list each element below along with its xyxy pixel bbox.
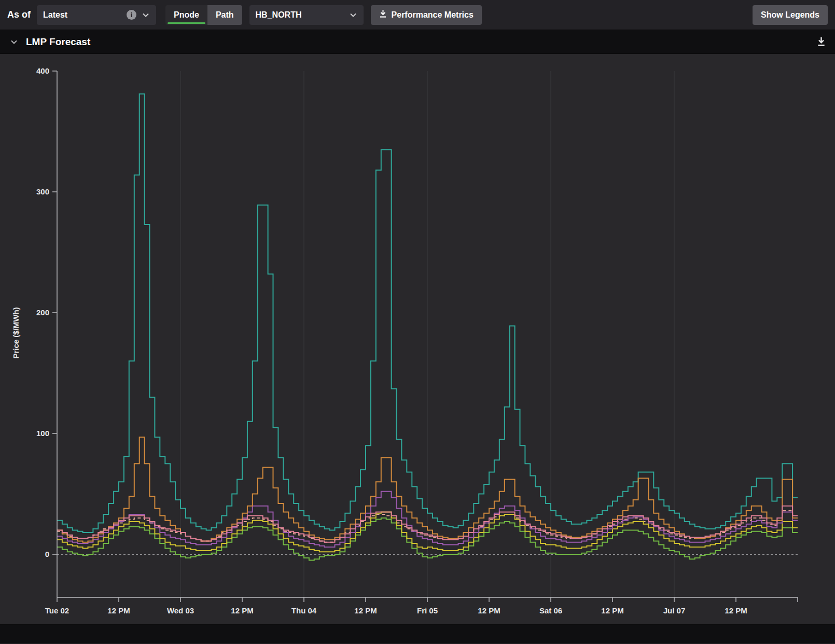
x-tick-label: Thu 04 (291, 606, 317, 615)
show-legends-label: Show Legends (761, 10, 819, 20)
x-tick-label: Wed 03 (167, 606, 194, 615)
path-label: Path (216, 10, 234, 20)
top-toolbar: As of Latest i Pnode Path HB_NORTH Perfo… (0, 0, 835, 30)
x-tick-label: 12 PM (231, 606, 253, 615)
y-tick-label: 100 (36, 429, 49, 438)
node-select[interactable]: HB_NORTH (249, 5, 364, 25)
lmp-forecast-header: LMP Forecast (0, 30, 835, 54)
section-title: LMP Forecast (26, 36, 810, 48)
x-tick-label: 12 PM (725, 606, 747, 615)
node-selected-value: HB_NORTH (256, 10, 349, 20)
download-chart-icon[interactable] (817, 37, 826, 47)
chevron-down-icon (142, 11, 150, 19)
toggle-option-path[interactable]: Path (207, 5, 242, 25)
y-tick-label: 200 (36, 308, 49, 317)
y-tick-label: 400 (36, 66, 49, 75)
download-icon (379, 9, 387, 20)
as-of-label: As of (7, 9, 31, 20)
bottom-section-bar[interactable] (0, 624, 835, 643)
toggle-option-pnode[interactable]: Pnode (165, 5, 207, 25)
show-legends-button[interactable]: Show Legends (753, 5, 828, 25)
x-tick-label: 12 PM (601, 606, 623, 615)
performance-metrics-button[interactable]: Performance Metrics (371, 5, 482, 25)
performance-metrics-label: Performance Metrics (392, 10, 474, 20)
lmp-forecast-chart: Price ($/MWh) 0100200300400Tue 0212 PMWe… (0, 54, 835, 624)
as-of-selected-value: Latest (43, 10, 127, 20)
lmp-chart-svg[interactable]: 0100200300400Tue 0212 PMWed 0312 PMThu 0… (0, 54, 835, 624)
chevron-down-icon (349, 11, 357, 19)
x-tick-label: Sat 06 (539, 606, 562, 615)
pnode-path-toggle: Pnode Path (165, 5, 242, 25)
x-tick-label: 12 PM (107, 606, 130, 615)
y-tick-label: 0 (45, 550, 49, 558)
as-of-select[interactable]: Latest i (37, 5, 156, 25)
x-tick-label: Fri 05 (417, 606, 438, 615)
x-tick-label: Jul 07 (663, 606, 686, 615)
x-tick-label: 12 PM (354, 606, 377, 615)
x-tick-label: 12 PM (478, 606, 500, 615)
y-tick-label: 300 (36, 187, 49, 196)
pnode-label: Pnode (174, 10, 199, 20)
info-icon[interactable]: i (127, 10, 136, 20)
x-tick-label: Tue 02 (45, 606, 69, 615)
collapse-chevron-icon[interactable] (9, 37, 19, 47)
